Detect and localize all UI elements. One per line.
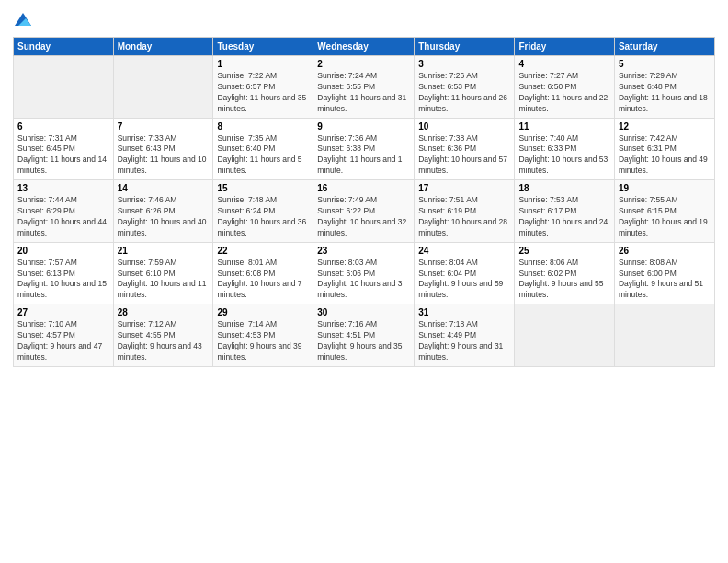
calendar-cell: 18Sunrise: 7:53 AMSunset: 6:17 PMDayligh… <box>515 180 614 243</box>
day-number: 28 <box>118 307 210 317</box>
day-number: 14 <box>118 183 210 193</box>
calendar-cell: 8Sunrise: 7:35 AMSunset: 6:40 PMDaylight… <box>213 118 313 180</box>
day-info: Sunrise: 7:31 AMSunset: 6:45 PMDaylight:… <box>17 133 109 178</box>
calendar-cell: 5Sunrise: 7:29 AMSunset: 6:48 PMDaylight… <box>614 56 714 119</box>
day-info: Sunrise: 7:12 AMSunset: 4:55 PMDaylight:… <box>118 319 210 363</box>
day-info: Sunrise: 7:24 AMSunset: 6:55 PMDaylight:… <box>317 71 410 115</box>
header <box>13 9 715 29</box>
calendar-cell <box>515 304 614 367</box>
weekday-header-wednesday: Wednesday <box>313 38 415 56</box>
calendar-cell <box>14 56 114 119</box>
day-number: 21 <box>118 246 210 256</box>
day-info: Sunrise: 7:29 AMSunset: 6:48 PMDaylight:… <box>619 71 711 115</box>
day-info: Sunrise: 7:57 AMSunset: 6:13 PMDaylight:… <box>17 258 109 302</box>
weekday-header-monday: Monday <box>113 38 213 56</box>
day-info: Sunrise: 8:08 AMSunset: 6:00 PMDaylight:… <box>619 258 711 302</box>
calendar-cell: 3Sunrise: 7:26 AMSunset: 6:53 PMDaylight… <box>415 56 515 119</box>
weekday-header-sunday: Sunday <box>14 38 114 56</box>
calendar-cell: 15Sunrise: 7:48 AMSunset: 6:24 PMDayligh… <box>213 180 313 243</box>
day-number: 31 <box>418 307 510 317</box>
day-info: Sunrise: 7:51 AMSunset: 6:19 PMDaylight:… <box>418 195 510 239</box>
day-info: Sunrise: 8:01 AMSunset: 6:08 PMDaylight:… <box>217 258 309 302</box>
logo-icon <box>13 9 33 29</box>
week-row-5: 27Sunrise: 7:10 AMSunset: 4:57 PMDayligh… <box>14 304 715 367</box>
day-info: Sunrise: 8:03 AMSunset: 6:06 PMDaylight:… <box>317 258 410 302</box>
calendar-cell: 7Sunrise: 7:33 AMSunset: 6:43 PMDaylight… <box>113 118 213 180</box>
calendar-cell <box>113 56 213 119</box>
day-info: Sunrise: 7:35 AMSunset: 6:40 PMDaylight:… <box>217 133 309 178</box>
calendar-cell: 6Sunrise: 7:31 AMSunset: 6:45 PMDaylight… <box>14 118 114 180</box>
calendar-cell: 23Sunrise: 8:03 AMSunset: 6:06 PMDayligh… <box>313 242 415 304</box>
day-number: 16 <box>317 183 410 193</box>
day-number: 18 <box>518 183 609 193</box>
day-number: 6 <box>17 121 109 132</box>
calendar-cell: 27Sunrise: 7:10 AMSunset: 4:57 PMDayligh… <box>14 304 114 367</box>
day-info: Sunrise: 7:59 AMSunset: 6:10 PMDaylight:… <box>118 258 210 302</box>
day-number: 25 <box>518 246 609 256</box>
calendar-cell: 1Sunrise: 7:22 AMSunset: 6:57 PMDaylight… <box>213 56 313 119</box>
week-row-1: 1Sunrise: 7:22 AMSunset: 6:57 PMDaylight… <box>14 56 715 119</box>
weekday-header-saturday: Saturday <box>614 38 714 56</box>
day-info: Sunrise: 8:04 AMSunset: 6:04 PMDaylight:… <box>418 258 510 302</box>
calendar-cell: 30Sunrise: 7:16 AMSunset: 4:51 PMDayligh… <box>313 304 415 367</box>
day-info: Sunrise: 7:18 AMSunset: 4:49 PMDaylight:… <box>418 319 510 363</box>
day-number: 4 <box>518 59 609 69</box>
day-number: 1 <box>217 59 309 69</box>
day-number: 11 <box>518 121 609 132</box>
calendar-cell: 29Sunrise: 7:14 AMSunset: 4:53 PMDayligh… <box>213 304 313 367</box>
day-info: Sunrise: 7:16 AMSunset: 4:51 PMDaylight:… <box>317 319 410 363</box>
week-row-4: 20Sunrise: 7:57 AMSunset: 6:13 PMDayligh… <box>14 242 715 304</box>
day-number: 10 <box>418 121 510 132</box>
day-info: Sunrise: 7:27 AMSunset: 6:50 PMDaylight:… <box>518 71 609 115</box>
day-info: Sunrise: 7:46 AMSunset: 6:26 PMDaylight:… <box>118 195 210 239</box>
day-number: 8 <box>217 121 309 132</box>
weekday-header-thursday: Thursday <box>415 38 515 56</box>
weekday-header-row: SundayMondayTuesdayWednesdayThursdayFrid… <box>14 38 715 56</box>
day-number: 3 <box>418 59 510 69</box>
calendar-cell: 14Sunrise: 7:46 AMSunset: 6:26 PMDayligh… <box>113 180 213 243</box>
day-info: Sunrise: 7:33 AMSunset: 6:43 PMDaylight:… <box>118 133 210 178</box>
week-row-2: 6Sunrise: 7:31 AMSunset: 6:45 PMDaylight… <box>14 118 715 180</box>
day-number: 26 <box>619 246 711 256</box>
day-number: 13 <box>17 183 109 193</box>
calendar-cell: 17Sunrise: 7:51 AMSunset: 6:19 PMDayligh… <box>415 180 515 243</box>
day-info: Sunrise: 7:55 AMSunset: 6:15 PMDaylight:… <box>619 195 711 239</box>
day-info: Sunrise: 7:48 AMSunset: 6:24 PMDaylight:… <box>217 195 309 239</box>
day-info: Sunrise: 7:40 AMSunset: 6:33 PMDaylight:… <box>518 133 609 178</box>
calendar-cell: 26Sunrise: 8:08 AMSunset: 6:00 PMDayligh… <box>614 242 714 304</box>
calendar-cell: 12Sunrise: 7:42 AMSunset: 6:31 PMDayligh… <box>614 118 714 180</box>
day-number: 23 <box>317 246 410 256</box>
week-row-3: 13Sunrise: 7:44 AMSunset: 6:29 PMDayligh… <box>14 180 715 243</box>
day-number: 27 <box>17 307 109 317</box>
calendar-cell: 2Sunrise: 7:24 AMSunset: 6:55 PMDaylight… <box>313 56 415 119</box>
day-number: 22 <box>217 246 309 256</box>
calendar-cell: 25Sunrise: 8:06 AMSunset: 6:02 PMDayligh… <box>515 242 614 304</box>
day-info: Sunrise: 7:38 AMSunset: 6:36 PMDaylight:… <box>418 133 510 178</box>
calendar-cell: 28Sunrise: 7:12 AMSunset: 4:55 PMDayligh… <box>113 304 213 367</box>
day-number: 12 <box>619 121 711 132</box>
calendar-cell: 24Sunrise: 8:04 AMSunset: 6:04 PMDayligh… <box>415 242 515 304</box>
day-number: 17 <box>418 183 510 193</box>
calendar-cell: 22Sunrise: 8:01 AMSunset: 6:08 PMDayligh… <box>213 242 313 304</box>
calendar-cell: 20Sunrise: 7:57 AMSunset: 6:13 PMDayligh… <box>14 242 114 304</box>
day-number: 30 <box>317 307 410 317</box>
day-info: Sunrise: 7:53 AMSunset: 6:17 PMDaylight:… <box>518 195 609 239</box>
day-info: Sunrise: 7:14 AMSunset: 4:53 PMDaylight:… <box>217 319 309 363</box>
day-info: Sunrise: 7:36 AMSunset: 6:38 PMDaylight:… <box>317 133 410 178</box>
calendar-cell: 9Sunrise: 7:36 AMSunset: 6:38 PMDaylight… <box>313 118 415 180</box>
day-info: Sunrise: 7:44 AMSunset: 6:29 PMDaylight:… <box>17 195 109 239</box>
calendar-cell <box>614 304 714 367</box>
day-info: Sunrise: 7:26 AMSunset: 6:53 PMDaylight:… <box>418 71 510 115</box>
day-number: 2 <box>317 59 410 69</box>
calendar-cell: 11Sunrise: 7:40 AMSunset: 6:33 PMDayligh… <box>515 118 614 180</box>
day-number: 7 <box>118 121 210 132</box>
calendar-cell: 13Sunrise: 7:44 AMSunset: 6:29 PMDayligh… <box>14 180 114 243</box>
day-number: 15 <box>217 183 309 193</box>
day-info: Sunrise: 7:42 AMSunset: 6:31 PMDaylight:… <box>619 133 711 178</box>
day-info: Sunrise: 7:22 AMSunset: 6:57 PMDaylight:… <box>217 71 309 115</box>
calendar: SundayMondayTuesdayWednesdayThursdayFrid… <box>13 37 715 367</box>
day-info: Sunrise: 7:49 AMSunset: 6:22 PMDaylight:… <box>317 195 410 239</box>
calendar-cell: 21Sunrise: 7:59 AMSunset: 6:10 PMDayligh… <box>113 242 213 304</box>
calendar-body: 1Sunrise: 7:22 AMSunset: 6:57 PMDaylight… <box>14 56 715 367</box>
day-info: Sunrise: 7:10 AMSunset: 4:57 PMDaylight:… <box>17 319 109 363</box>
